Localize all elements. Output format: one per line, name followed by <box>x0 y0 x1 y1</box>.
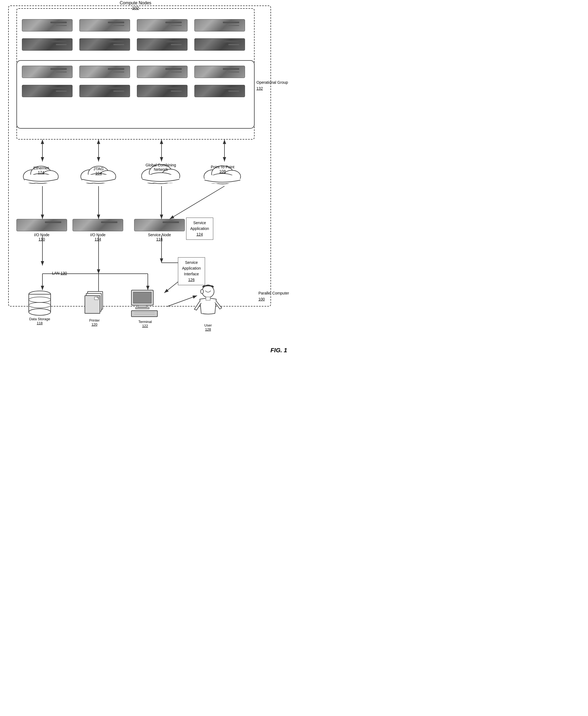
server-blade-11 <box>137 66 188 78</box>
fig-label: FIG. 1 <box>270 347 287 354</box>
operational-group-num: 132 <box>256 85 288 91</box>
user-label: User 128 <box>192 323 225 332</box>
ptp-label-group: Point To Point 108 <box>203 165 242 173</box>
svg-point-61 <box>202 286 214 297</box>
data-storage-svg <box>27 290 52 316</box>
service-node-116-server <box>134 219 185 231</box>
lan-label: LAN 130 <box>52 271 67 275</box>
jtag-cloud: JTAG 104 <box>78 162 119 187</box>
ptp-num: 108 <box>203 169 242 173</box>
gcn-label: Global Combining <box>141 163 181 167</box>
svg-point-62 <box>201 289 203 294</box>
bottom-servers-grid <box>22 66 245 99</box>
server-blade-13 <box>22 85 72 97</box>
data-storage-label: Data Storage 118 <box>29 317 50 325</box>
ethernet-num: 174 <box>25 170 58 175</box>
jtag-label: JTAG <box>82 166 115 171</box>
ptp-cloud: Point To Point 108 <box>201 162 244 187</box>
brace-icon: ⌒ <box>132 0 139 4</box>
terminal-label: Terminal 122 <box>138 320 152 328</box>
io-node-114-label: I/O Node 114 <box>90 233 105 241</box>
server-blade-3 <box>137 19 188 31</box>
printer-svg <box>82 290 107 317</box>
service-node-116-label: Service Node 116 <box>148 233 171 241</box>
service-app-label1: Service <box>190 220 209 226</box>
server-blade-6 <box>79 38 130 50</box>
server-blade-5 <box>22 38 72 50</box>
service-app-label2: Application <box>190 226 209 232</box>
service-app-iface-label1: Service <box>182 260 201 266</box>
server-blade-10 <box>79 66 130 78</box>
parallel-computer-num: 100 <box>258 296 289 302</box>
server-blade-1 <box>22 19 72 31</box>
server-blade-14 <box>79 85 130 97</box>
service-app-124-box: Service Application 124 <box>186 217 213 240</box>
jtag-num: 104 <box>82 171 115 175</box>
ethernet-cloud: Ethernet 174 <box>21 162 62 187</box>
service-app-num: 124 <box>190 232 209 237</box>
user-svg <box>192 283 225 322</box>
data-storage-118: Data Storage 118 <box>27 290 52 325</box>
server-blade-2 <box>79 19 130 31</box>
user-128: User 128 <box>192 283 225 332</box>
jtag-label-group: JTAG 104 <box>82 166 115 175</box>
server-blade-8 <box>194 38 245 50</box>
server-blade-4 <box>194 19 245 31</box>
server-blade-7 <box>137 38 188 50</box>
compute-nodes-num: 102 <box>132 5 139 10</box>
svg-rect-57 <box>135 308 149 309</box>
parallel-computer-label: Parallel Computer 100 <box>258 290 289 302</box>
gcn-label-group: Global Combining Network <box>141 163 181 172</box>
service-app-interface-126-box: Service Application Interface 126 <box>178 257 205 285</box>
io-node-110: I/O Node 110 <box>16 219 67 241</box>
printer-120: Printer 120 <box>82 290 107 327</box>
service-node-116: Service Node 116 <box>134 219 185 241</box>
operational-group-label: Operational Group 132 <box>256 79 288 92</box>
io-node-114-server <box>72 219 123 231</box>
svg-rect-58 <box>131 311 158 317</box>
server-blade-12 <box>194 66 245 78</box>
gcn-label2: Network <box>141 167 181 172</box>
ethernet-label-group: Ethernet 174 <box>25 166 58 175</box>
service-app-iface-label2: Application <box>182 266 201 271</box>
operational-group-text: Operational Group <box>256 79 288 85</box>
server-blade-15 <box>137 85 188 97</box>
svg-rect-56 <box>138 305 146 308</box>
svg-rect-63 <box>206 297 210 300</box>
service-app-iface-num: 126 <box>182 277 201 283</box>
server-blade-16 <box>194 85 245 97</box>
ethernet-label: Ethernet <box>25 166 58 170</box>
server-blade-9 <box>22 66 72 78</box>
io-node-110-label: I/O Node 110 <box>34 233 49 241</box>
terminal-122: Terminal 122 <box>130 289 160 328</box>
ptp-label: Point To Point <box>203 165 242 169</box>
io-node-110-server <box>16 219 67 231</box>
printer-label: Printer 120 <box>89 318 100 327</box>
terminal-svg <box>130 289 160 319</box>
gcn-cloud: Global Combining Network <box>138 160 183 188</box>
svg-rect-55 <box>133 292 151 303</box>
diagram: Compute Nodes 102 ⌒ Operational Group 13… <box>0 0 294 358</box>
svg-point-46 <box>29 309 51 315</box>
parallel-computer-text: Parallel Computer <box>258 290 289 296</box>
top-servers-grid <box>22 19 245 52</box>
io-node-114: I/O Node 114 <box>72 219 123 241</box>
service-app-iface-label3: Interface <box>182 271 201 277</box>
